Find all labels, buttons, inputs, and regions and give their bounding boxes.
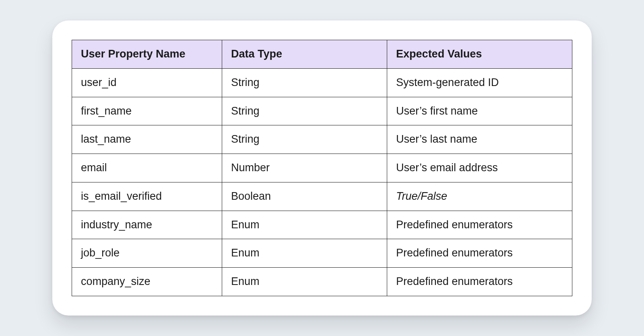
- table-body: user_idStringSystem-generated IDfirst_na…: [72, 68, 572, 296]
- cell-expected-values: User’s last name: [387, 125, 572, 154]
- cell-expected-values: True/False: [387, 182, 572, 211]
- cell-expected-values: Predefined enumerators: [387, 239, 572, 268]
- cell-expected-values: Predefined enumerators: [387, 268, 572, 296]
- user-property-table: User Property Name Data Type Expected Va…: [72, 40, 572, 296]
- cell-data-type: String: [222, 68, 387, 97]
- cell-expected-values: User’s email address: [387, 154, 572, 182]
- table-row: job_roleEnumPredefined enumerators: [72, 239, 572, 268]
- header-user-property-name: User Property Name: [72, 40, 222, 68]
- cell-property-name: job_role: [72, 239, 222, 268]
- cell-property-name: industry_name: [72, 211, 222, 239]
- table-row: company_sizeEnumPredefined enumerators: [72, 268, 572, 296]
- cell-data-type: Enum: [222, 268, 387, 296]
- cell-property-name: last_name: [72, 125, 222, 154]
- cell-expected-values: User’s first name: [387, 97, 572, 125]
- cell-property-name: company_size: [72, 268, 222, 296]
- table-row: emailNumberUser’s email address: [72, 154, 572, 182]
- cell-data-type: String: [222, 125, 387, 154]
- cell-expected-values: System-generated ID: [387, 68, 572, 97]
- table-row: last_nameStringUser’s last name: [72, 125, 572, 154]
- table-card: User Property Name Data Type Expected Va…: [52, 20, 592, 316]
- cell-property-name: first_name: [72, 97, 222, 125]
- table-row: industry_nameEnumPredefined enumerators: [72, 211, 572, 239]
- table-header-row: User Property Name Data Type Expected Va…: [72, 40, 572, 68]
- header-expected-values: Expected Values: [387, 40, 572, 68]
- cell-data-type: String: [222, 97, 387, 125]
- cell-property-name: email: [72, 154, 222, 182]
- cell-property-name: user_id: [72, 68, 222, 97]
- cell-expected-values: Predefined enumerators: [387, 211, 572, 239]
- table-row: first_nameStringUser’s first name: [72, 97, 572, 125]
- table-row: user_idStringSystem-generated ID: [72, 68, 572, 97]
- table-row: is_email_verifiedBooleanTrue/False: [72, 182, 572, 211]
- cell-property-name: is_email_verified: [72, 182, 222, 211]
- header-data-type: Data Type: [222, 40, 387, 68]
- cell-data-type: Enum: [222, 211, 387, 239]
- cell-data-type: Number: [222, 154, 387, 182]
- cell-data-type: Enum: [222, 239, 387, 268]
- cell-data-type: Boolean: [222, 182, 387, 211]
